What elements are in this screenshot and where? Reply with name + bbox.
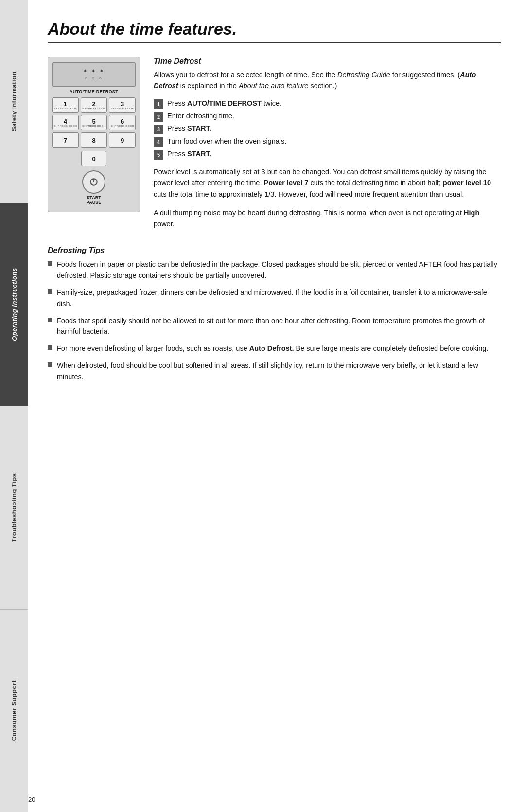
bullet-text-2: Family-size, prepackaged frozen dinners … bbox=[57, 287, 501, 309]
bullet-icon-4 bbox=[48, 345, 52, 350]
body-para-2: A dull thumping noise may be heard durin… bbox=[154, 207, 501, 230]
step-1: 1 Press AUTO/TIME DEFROST twice. bbox=[154, 98, 501, 109]
bullet-3: Foods that spoil easily should not be al… bbox=[48, 315, 501, 338]
bullet-4: For more even defrosting of larger foods… bbox=[48, 343, 501, 354]
sidebar-section-consumer[interactable]: Consumer Support bbox=[0, 610, 28, 812]
time-defrost-intro: Allows you to defrost for a selected len… bbox=[154, 70, 501, 91]
bullet-icon-5 bbox=[48, 362, 52, 367]
key-8[interactable]: 8 bbox=[81, 132, 107, 148]
time-defrost-section: Time Defrost Allows you to defrost for a… bbox=[154, 57, 501, 236]
panel-label: AUTO/TIME DEFROST bbox=[52, 90, 136, 94]
display-icons: ✦ ✦ ✦ ○ ○ ○ bbox=[83, 68, 105, 82]
steps-list: 1 Press AUTO/TIME DEFROST twice. 2 Enter… bbox=[154, 98, 501, 160]
key-1[interactable]: 1 EXPRESS COOK bbox=[52, 97, 79, 113]
step-3: 3 Press START. bbox=[154, 124, 501, 134]
sidebar: Safety Information Operating Instruction… bbox=[0, 0, 28, 812]
bullet-text-5: When defrosted, food should be cool but … bbox=[57, 360, 501, 382]
main-content: About the time features. ✦ ✦ ✦ ○ ○ ○ AUT… bbox=[28, 0, 525, 812]
start-pause-container: STARTPAUSE bbox=[52, 170, 136, 205]
step-2: 2 Enter defrosting time. bbox=[154, 111, 501, 122]
defrosting-tips-list: Foods frozen in paper or plastic can be … bbox=[48, 259, 501, 382]
sidebar-label-consumer: Consumer Support bbox=[11, 680, 18, 741]
sidebar-section-operating[interactable]: Operating Instructions bbox=[0, 203, 28, 407]
sidebar-section-safety[interactable]: Safety Information bbox=[0, 0, 28, 203]
time-defrost-heading: Time Defrost bbox=[154, 57, 501, 66]
sidebar-section-troubleshooting[interactable]: Troubleshooting Tips bbox=[0, 406, 28, 610]
start-pause-button[interactable] bbox=[82, 170, 105, 194]
panel-display: ✦ ✦ ✦ ○ ○ ○ bbox=[52, 62, 136, 87]
power-icon bbox=[89, 177, 99, 187]
start-pause-label: STARTPAUSE bbox=[87, 195, 101, 205]
microwave-panel: ✦ ✦ ✦ ○ ○ ○ AUTO/TIME DEFROST 1 EXPRESS … bbox=[48, 57, 140, 212]
bullet-icon-1 bbox=[48, 261, 52, 266]
bullet-text-3: Foods that spoil easily should not be al… bbox=[57, 315, 501, 338]
key-4[interactable]: 4 EXPRESS COOK bbox=[52, 115, 79, 130]
key-2[interactable]: 2 EXPRESS COOK bbox=[81, 97, 107, 113]
sidebar-label-operating: Operating Instructions bbox=[11, 268, 18, 341]
key-0[interactable]: 0 bbox=[81, 151, 106, 166]
defrosting-tips-section: Defrosting Tips Foods frozen in paper or… bbox=[48, 246, 501, 382]
bullet-1: Foods frozen in paper or plastic can be … bbox=[48, 259, 501, 281]
bullet-text-1: Foods frozen in paper or plastic can be … bbox=[57, 259, 501, 281]
two-column-layout: ✦ ✦ ✦ ○ ○ ○ AUTO/TIME DEFROST 1 EXPRESS … bbox=[48, 57, 501, 236]
bullet-icon-2 bbox=[48, 289, 52, 294]
body-para-1: Power level is automatically set at 3 bu… bbox=[154, 166, 501, 200]
key-3[interactable]: 3 EXPRESS COOK bbox=[109, 97, 136, 113]
bullet-text-4: For more even defrosting of larger foods… bbox=[57, 343, 488, 354]
zero-row: 0 bbox=[52, 151, 136, 166]
bullet-2: Family-size, prepackaged frozen dinners … bbox=[48, 287, 501, 309]
step-4: 4 Turn food over when the oven signals. bbox=[154, 136, 501, 147]
key-5[interactable]: 5 EXPRESS COOK bbox=[81, 115, 107, 130]
bullet-icon-3 bbox=[48, 318, 52, 322]
page-number: 20 bbox=[28, 796, 35, 803]
panel-column: ✦ ✦ ✦ ○ ○ ○ AUTO/TIME DEFROST 1 EXPRESS … bbox=[48, 57, 140, 236]
step-5: 5 Press START. bbox=[154, 149, 501, 160]
sidebar-label-troubleshooting: Troubleshooting Tips bbox=[11, 473, 18, 542]
key-7[interactable]: 7 bbox=[52, 132, 79, 148]
keypad-grid: 1 EXPRESS COOK 2 EXPRESS COOK 3 EXPRESS … bbox=[52, 97, 136, 148]
page-title: About the time features. bbox=[48, 19, 501, 43]
key-6[interactable]: 6 EXPRESS COOK bbox=[109, 115, 136, 130]
defrosting-tips-heading: Defrosting Tips bbox=[48, 246, 501, 255]
sidebar-label-safety: Safety Information bbox=[11, 72, 18, 131]
bullet-5: When defrosted, food should be cool but … bbox=[48, 360, 501, 382]
key-9[interactable]: 9 bbox=[109, 132, 136, 148]
